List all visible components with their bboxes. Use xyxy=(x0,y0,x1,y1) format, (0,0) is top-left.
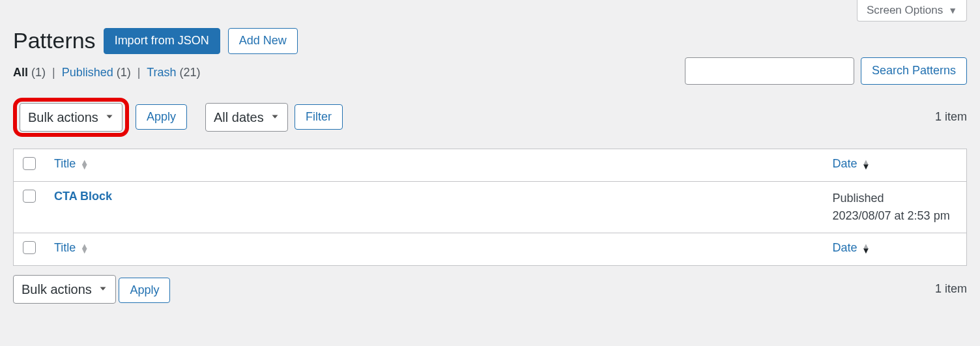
bulk-actions-select-bottom[interactable]: Bulk actions xyxy=(13,275,116,304)
column-title-header[interactable]: Title ▲▼ xyxy=(45,149,824,181)
import-json-button[interactable]: Import from JSON xyxy=(104,28,220,54)
select-all-checkbox-bottom[interactable] xyxy=(23,241,36,254)
bulk-apply-button-bottom[interactable]: Apply xyxy=(119,278,170,304)
add-new-button[interactable]: Add New xyxy=(228,28,298,54)
view-all-link[interactable]: All xyxy=(13,66,28,79)
date-filter-select[interactable]: All dates xyxy=(205,103,288,132)
screen-options-button[interactable]: Screen Options ▼ xyxy=(857,0,967,22)
view-all-count: (1) xyxy=(31,66,46,79)
items-count-bottom: 1 item xyxy=(935,282,967,296)
column-title-footer[interactable]: Title ▲▼ xyxy=(45,233,824,265)
row-title-link[interactable]: CTA Block xyxy=(54,190,112,203)
select-all-checkbox-top[interactable] xyxy=(23,157,36,170)
filter-button[interactable]: Filter xyxy=(295,104,343,130)
sort-icon: ▲▼ xyxy=(80,244,89,253)
bulk-actions-highlight: Bulk actions xyxy=(13,98,129,137)
sort-icon: ▲▼ xyxy=(862,244,871,253)
bulk-actions-select[interactable]: Bulk actions xyxy=(20,103,122,132)
sort-icon: ▲▼ xyxy=(862,160,871,169)
row-datetime: 2023/08/07 at 2:53 pm xyxy=(833,209,950,222)
row-date-cell: Published 2023/08/07 at 2:53 pm xyxy=(824,181,967,233)
search-input[interactable] xyxy=(685,57,854,85)
view-trash-count: (21) xyxy=(180,66,201,79)
screen-options-label: Screen Options xyxy=(867,4,943,17)
table-row: CTA Block Published 2023/08/07 at 2:53 p… xyxy=(14,181,967,233)
sort-icon: ▲▼ xyxy=(80,160,89,169)
view-trash-link[interactable]: Trash xyxy=(147,66,176,79)
bulk-apply-button[interactable]: Apply xyxy=(136,104,187,130)
patterns-table: Title ▲▼ Date ▲▼ CTA Block Published 202… xyxy=(13,149,967,266)
caret-down-icon: ▼ xyxy=(948,5,957,16)
column-date-footer[interactable]: Date ▲▼ xyxy=(824,233,967,265)
search-button[interactable]: Search Patterns xyxy=(861,57,967,85)
view-published-link[interactable]: Published xyxy=(62,66,113,79)
view-published-count: (1) xyxy=(117,66,131,79)
items-count-top: 1 item xyxy=(935,110,967,124)
row-status: Published xyxy=(833,192,884,205)
row-checkbox[interactable] xyxy=(23,190,36,203)
column-date-header[interactable]: Date ▲▼ xyxy=(824,149,967,181)
page-title: Patterns xyxy=(13,28,96,53)
